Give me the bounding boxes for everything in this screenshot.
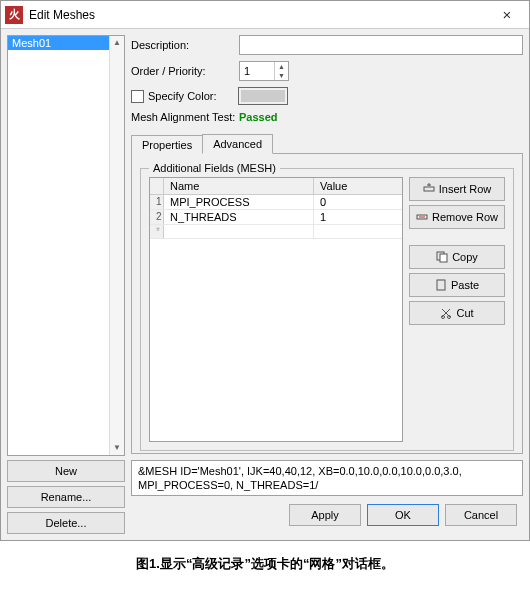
tab-advanced[interactable]: Advanced — [202, 134, 273, 154]
apply-button[interactable]: Apply — [289, 504, 361, 526]
new-button[interactable]: New — [7, 460, 125, 482]
svg-point-12 — [448, 316, 451, 319]
svg-rect-8 — [439, 279, 443, 281]
figure-caption: 图1.显示“高级记录”选项卡的“网格”对话框。 — [0, 555, 530, 573]
remove-row-button[interactable]: Remove Row — [409, 205, 505, 229]
additional-fields-group: Additional Fields (MESH) Name Value 1 — [140, 168, 514, 451]
cut-button[interactable]: Cut — [409, 301, 505, 325]
scrollbar[interactable]: ▲ ▼ — [109, 36, 124, 455]
color-well[interactable] — [238, 87, 288, 105]
table-row-new[interactable]: * — [150, 225, 402, 239]
spinner-down-icon[interactable]: ▼ — [275, 71, 288, 80]
svg-rect-7 — [437, 280, 445, 290]
copy-button[interactable]: Copy — [409, 245, 505, 269]
paste-button[interactable]: Paste — [409, 273, 505, 297]
order-value: 1 — [240, 65, 274, 77]
ok-button[interactable]: OK — [367, 504, 439, 526]
copy-icon — [436, 251, 448, 263]
paste-icon — [435, 279, 447, 291]
table-row[interactable]: 1 MPI_PROCESS 0 — [150, 195, 402, 210]
tab-properties[interactable]: Properties — [131, 135, 203, 154]
svg-rect-0 — [424, 187, 434, 191]
description-label: Description: — [131, 39, 239, 51]
row-index: 1 — [150, 195, 164, 209]
col-header-value[interactable]: Value — [314, 178, 402, 194]
window-title: Edit Meshes — [29, 8, 489, 22]
order-spinner[interactable]: 1 ▲ ▼ — [239, 61, 289, 81]
delete-button[interactable]: Delete... — [7, 512, 125, 534]
cell-value[interactable]: 1 — [314, 210, 402, 224]
insert-row-button[interactable]: Insert Row — [409, 177, 505, 201]
list-item[interactable]: Mesh01 — [8, 36, 124, 50]
cut-icon — [440, 307, 452, 319]
row-index: 2 — [150, 210, 164, 224]
mesh-align-label: Mesh Alignment Test: — [131, 111, 239, 123]
mesh-list[interactable]: Mesh01 ▲ ▼ — [7, 35, 125, 456]
col-header-name[interactable]: Name — [164, 178, 314, 194]
chevron-down-icon[interactable]: ▼ — [110, 441, 124, 455]
svg-rect-6 — [440, 254, 447, 262]
chevron-up-icon[interactable]: ▲ — [110, 36, 124, 50]
cell-name[interactable]: N_THREADS — [164, 210, 314, 224]
specify-color-checkbox[interactable] — [131, 90, 144, 103]
svg-point-11 — [442, 316, 445, 319]
cancel-button[interactable]: Cancel — [445, 504, 517, 526]
fields-table[interactable]: Name Value 1 MPI_PROCESS 0 2 — [149, 177, 403, 442]
spinner-up-icon[interactable]: ▲ — [275, 62, 288, 71]
close-icon[interactable]: × — [489, 3, 525, 27]
remove-row-icon — [416, 211, 428, 223]
rename-button[interactable]: Rename... — [7, 486, 125, 508]
row-index: * — [150, 225, 164, 238]
group-label: Additional Fields (MESH) — [149, 162, 280, 174]
description-input[interactable] — [239, 35, 523, 55]
dialog-window: 火 Edit Meshes × Mesh01 ▲ ▼ New Rename...… — [0, 0, 530, 541]
cell-value[interactable]: 0 — [314, 195, 402, 209]
cell-name[interactable]: MPI_PROCESS — [164, 195, 314, 209]
mesh-align-status: Passed — [239, 111, 278, 123]
table-row[interactable]: 2 N_THREADS 1 — [150, 210, 402, 225]
titlebar: 火 Edit Meshes × — [1, 1, 529, 29]
order-label: Order / Priority: — [131, 65, 239, 77]
app-icon: 火 — [5, 6, 23, 24]
row-header-corner — [150, 178, 164, 194]
specify-color-label: Specify Color: — [148, 90, 216, 102]
insert-row-icon — [423, 183, 435, 195]
preview-text: &MESH ID='Mesh01', IJK=40,40,12, XB=0.0,… — [131, 460, 523, 496]
